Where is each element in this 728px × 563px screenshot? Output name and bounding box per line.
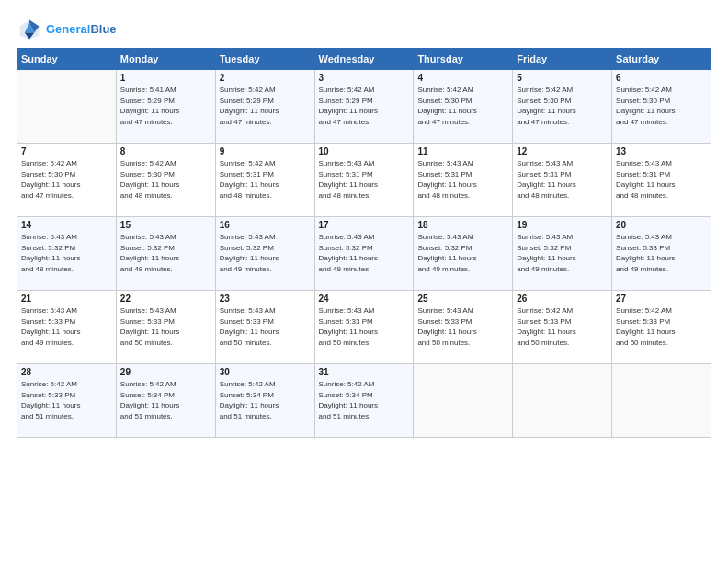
day-cell: 9Sunrise: 5:42 AM Sunset: 5:31 PM Daylig… xyxy=(215,144,314,217)
day-cell: 4Sunrise: 5:42 AM Sunset: 5:30 PM Daylig… xyxy=(414,70,513,144)
day-number: 21 xyxy=(21,293,112,304)
day-cell: 8Sunrise: 5:42 AM Sunset: 5:30 PM Daylig… xyxy=(116,144,215,217)
day-number: 31 xyxy=(319,367,410,377)
day-cell xyxy=(17,70,117,144)
day-info: Sunrise: 5:42 AM Sunset: 5:30 PM Dayligh… xyxy=(517,85,608,127)
day-number: 7 xyxy=(21,146,112,156)
header-day-tuesday: Tuesday xyxy=(215,49,314,70)
day-cell xyxy=(612,364,711,438)
day-cell: 10Sunrise: 5:43 AM Sunset: 5:31 PM Dayli… xyxy=(314,144,414,217)
header-day-monday: Monday xyxy=(116,49,215,70)
day-cell: 7Sunrise: 5:42 AM Sunset: 5:30 PM Daylig… xyxy=(17,144,117,217)
day-cell: 16Sunrise: 5:43 AM Sunset: 5:32 PM Dayli… xyxy=(215,217,314,291)
day-number: 28 xyxy=(21,367,112,377)
day-info: Sunrise: 5:43 AM Sunset: 5:31 PM Dayligh… xyxy=(417,158,508,201)
header-day-sunday: Sunday xyxy=(17,49,117,70)
day-cell: 5Sunrise: 5:42 AM Sunset: 5:30 PM Daylig… xyxy=(513,70,612,144)
day-number: 22 xyxy=(120,293,211,304)
day-number: 2 xyxy=(220,73,311,83)
day-number: 17 xyxy=(319,220,410,230)
day-cell: 12Sunrise: 5:43 AM Sunset: 5:31 PM Dayli… xyxy=(513,144,612,217)
day-number: 5 xyxy=(517,73,608,83)
day-info: Sunrise: 5:43 AM Sunset: 5:31 PM Dayligh… xyxy=(616,158,707,201)
day-number: 1 xyxy=(120,73,211,83)
calendar-body: 1Sunrise: 5:41 AM Sunset: 5:29 PM Daylig… xyxy=(17,70,711,438)
day-cell: 2Sunrise: 5:42 AM Sunset: 5:29 PM Daylig… xyxy=(215,70,314,144)
day-number: 27 xyxy=(616,293,707,304)
day-info: Sunrise: 5:43 AM Sunset: 5:33 PM Dayligh… xyxy=(21,305,112,348)
day-info: Sunrise: 5:43 AM Sunset: 5:32 PM Dayligh… xyxy=(319,232,410,274)
day-number: 4 xyxy=(417,73,508,83)
day-cell: 30Sunrise: 5:42 AM Sunset: 5:34 PM Dayli… xyxy=(215,364,314,438)
header: GeneralBlue xyxy=(17,17,711,42)
week-row-1: 1Sunrise: 5:41 AM Sunset: 5:29 PM Daylig… xyxy=(17,70,711,144)
day-info: Sunrise: 5:42 AM Sunset: 5:31 PM Dayligh… xyxy=(220,158,311,201)
day-info: Sunrise: 5:42 AM Sunset: 5:33 PM Dayligh… xyxy=(616,305,707,348)
day-cell: 13Sunrise: 5:43 AM Sunset: 5:31 PM Dayli… xyxy=(612,144,711,217)
header-row: SundayMondayTuesdayWednesdayThursdayFrid… xyxy=(17,49,711,70)
day-info: Sunrise: 5:43 AM Sunset: 5:31 PM Dayligh… xyxy=(517,158,608,201)
day-info: Sunrise: 5:43 AM Sunset: 5:32 PM Dayligh… xyxy=(517,232,608,274)
day-info: Sunrise: 5:42 AM Sunset: 5:29 PM Dayligh… xyxy=(319,85,410,127)
day-number: 8 xyxy=(120,146,211,156)
page: GeneralBlue SundayMondayTuesdayWednesday… xyxy=(0,0,728,563)
day-number: 13 xyxy=(616,146,707,156)
day-number: 20 xyxy=(616,220,707,230)
day-cell: 20Sunrise: 5:43 AM Sunset: 5:33 PM Dayli… xyxy=(612,217,711,291)
day-info: Sunrise: 5:43 AM Sunset: 5:33 PM Dayligh… xyxy=(220,305,311,348)
day-info: Sunrise: 5:43 AM Sunset: 5:32 PM Dayligh… xyxy=(220,232,311,274)
day-cell: 17Sunrise: 5:43 AM Sunset: 5:32 PM Dayli… xyxy=(314,217,414,291)
week-row-3: 14Sunrise: 5:43 AM Sunset: 5:32 PM Dayli… xyxy=(17,217,711,291)
week-row-5: 28Sunrise: 5:42 AM Sunset: 5:33 PM Dayli… xyxy=(17,364,711,438)
day-number: 23 xyxy=(220,293,311,304)
logo-icon xyxy=(17,17,42,42)
day-cell: 3Sunrise: 5:42 AM Sunset: 5:29 PM Daylig… xyxy=(314,70,414,144)
week-row-2: 7Sunrise: 5:42 AM Sunset: 5:30 PM Daylig… xyxy=(17,144,711,217)
day-cell: 29Sunrise: 5:42 AM Sunset: 5:34 PM Dayli… xyxy=(116,364,215,438)
day-number: 26 xyxy=(517,293,608,304)
calendar-table: SundayMondayTuesdayWednesdayThursdayFrid… xyxy=(17,48,711,438)
day-number: 25 xyxy=(417,293,508,304)
day-info: Sunrise: 5:42 AM Sunset: 5:33 PM Dayligh… xyxy=(21,379,112,421)
day-cell: 15Sunrise: 5:43 AM Sunset: 5:32 PM Dayli… xyxy=(116,217,215,291)
day-info: Sunrise: 5:42 AM Sunset: 5:34 PM Dayligh… xyxy=(120,379,211,421)
header-day-friday: Friday xyxy=(513,49,612,70)
day-number: 18 xyxy=(417,220,508,230)
logo: GeneralBlue xyxy=(17,17,117,42)
day-number: 12 xyxy=(517,146,608,156)
day-cell: 21Sunrise: 5:43 AM Sunset: 5:33 PM Dayli… xyxy=(17,291,117,364)
day-info: Sunrise: 5:43 AM Sunset: 5:33 PM Dayligh… xyxy=(616,232,707,274)
day-cell: 19Sunrise: 5:43 AM Sunset: 5:32 PM Dayli… xyxy=(513,217,612,291)
day-info: Sunrise: 5:42 AM Sunset: 5:30 PM Dayligh… xyxy=(21,158,112,201)
day-cell: 14Sunrise: 5:43 AM Sunset: 5:32 PM Dayli… xyxy=(17,217,117,291)
day-cell xyxy=(414,364,513,438)
day-info: Sunrise: 5:42 AM Sunset: 5:30 PM Dayligh… xyxy=(417,85,508,127)
day-number: 24 xyxy=(319,293,410,304)
day-info: Sunrise: 5:41 AM Sunset: 5:29 PM Dayligh… xyxy=(120,85,211,127)
day-number: 29 xyxy=(120,367,211,377)
day-info: Sunrise: 5:43 AM Sunset: 5:32 PM Dayligh… xyxy=(21,232,112,274)
day-number: 11 xyxy=(417,146,508,156)
day-info: Sunrise: 5:42 AM Sunset: 5:34 PM Dayligh… xyxy=(220,379,311,421)
calendar-header: SundayMondayTuesdayWednesdayThursdayFrid… xyxy=(17,49,711,70)
day-cell: 22Sunrise: 5:43 AM Sunset: 5:33 PM Dayli… xyxy=(116,291,215,364)
day-cell xyxy=(513,364,612,438)
day-info: Sunrise: 5:42 AM Sunset: 5:34 PM Dayligh… xyxy=(319,379,410,421)
day-cell: 6Sunrise: 5:42 AM Sunset: 5:30 PM Daylig… xyxy=(612,70,711,144)
day-info: Sunrise: 5:42 AM Sunset: 5:29 PM Dayligh… xyxy=(220,85,311,127)
day-info: Sunrise: 5:43 AM Sunset: 5:33 PM Dayligh… xyxy=(319,305,410,348)
day-number: 19 xyxy=(517,220,608,230)
day-info: Sunrise: 5:43 AM Sunset: 5:32 PM Dayligh… xyxy=(417,232,508,274)
day-cell: 28Sunrise: 5:42 AM Sunset: 5:33 PM Dayli… xyxy=(17,364,117,438)
day-cell: 31Sunrise: 5:42 AM Sunset: 5:34 PM Dayli… xyxy=(314,364,414,438)
day-number: 6 xyxy=(616,73,707,83)
day-number: 15 xyxy=(120,220,211,230)
day-number: 30 xyxy=(220,367,311,377)
day-number: 16 xyxy=(220,220,311,230)
day-info: Sunrise: 5:42 AM Sunset: 5:33 PM Dayligh… xyxy=(517,305,608,348)
day-cell: 11Sunrise: 5:43 AM Sunset: 5:31 PM Dayli… xyxy=(414,144,513,217)
day-info: Sunrise: 5:43 AM Sunset: 5:33 PM Dayligh… xyxy=(120,305,211,348)
day-cell: 24Sunrise: 5:43 AM Sunset: 5:33 PM Dayli… xyxy=(314,291,414,364)
day-cell: 1Sunrise: 5:41 AM Sunset: 5:29 PM Daylig… xyxy=(116,70,215,144)
logo-general: General xyxy=(46,22,90,36)
